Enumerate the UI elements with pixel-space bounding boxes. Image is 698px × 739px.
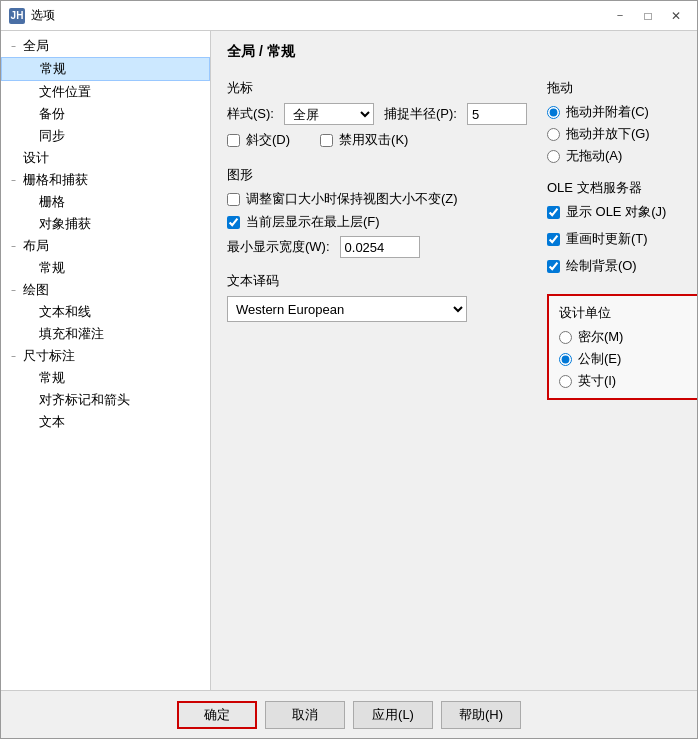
sidebar-item-huitu[interactable]: － 绘图 [1,279,210,301]
sidebar-item-label: 常规 [37,259,65,277]
ole-bg-row[interactable]: 绘制背景(O) [547,257,697,275]
sidebar-item-label: 填充和灌注 [37,325,104,343]
sidebar-item-label: 布局 [21,237,49,255]
no-drag-row[interactable]: 无拖动(A) [547,147,697,165]
ole-update-checkbox[interactable] [547,233,560,246]
min-width-label: 最小显示宽度(W): [227,238,330,256]
maximize-button[interactable]: □ [635,5,661,27]
sidebar-item-label: 常规 [38,60,66,78]
sidebar-item-label: 栅格和捕获 [21,171,88,189]
sidebar-item-wenbenxian[interactable]: 文本和线 [1,301,210,323]
sidebar-item-buju[interactable]: － 布局 [1,235,210,257]
minimize-button[interactable]: － [607,5,633,27]
toggle-spacer [21,326,37,342]
drag-attach-radio[interactable] [547,106,560,119]
close-button[interactable]: ✕ [663,5,689,27]
sidebar-item-label: 绘图 [21,281,49,299]
sidebar-item-quanju[interactable]: － 全局 [1,35,210,57]
ole-bg-checkbox[interactable] [547,260,560,273]
current-layer-checkbox[interactable] [227,216,240,229]
ole-section: OLE 文档服务器 显示 OLE 对象(J) 重画时更新(T) [547,179,697,280]
cursor-style-select[interactable]: 全屏 标准 小 [284,103,374,125]
inch-row[interactable]: 英寸(I) [559,372,697,390]
sidebar-item-label: 文本和线 [37,303,91,321]
current-layer-label: 当前层显示在最上层(F) [246,213,380,231]
drag-drop-radio[interactable] [547,128,560,141]
sidebar-item-label: 尺寸标注 [21,347,75,365]
cursor-section: 光标 样式(S): 全屏 标准 小 捕捉半径(P): [227,79,527,154]
sidebar-item-chicunbiaozhu[interactable]: － 尺寸标注 [1,345,210,367]
capture-radius-input[interactable] [467,103,527,125]
sidebar-item-label: 文件位置 [37,83,91,101]
capture-label: 捕捉半径(P): [384,105,457,123]
ole-show-checkbox[interactable] [547,206,560,219]
sidebar-item-sheji[interactable]: 设计 [1,147,210,169]
sidebar-item-label: 对象捕获 [37,215,91,233]
toggle-spacer [21,106,37,122]
sidebar-item-duixiangbuhuo[interactable]: 对象捕获 [1,213,210,235]
apply-button[interactable]: 应用(L) [353,701,433,729]
drag-drop-label: 拖动并放下(G) [566,125,650,143]
mil-radio[interactable] [559,331,572,344]
mil-row[interactable]: 密尔(M) [559,328,697,346]
sidebar-item-duiqi[interactable]: 对齐标记和箭头 [1,389,210,411]
sidebar-item-label: 备份 [37,105,65,123]
design-unit-label: 设计单位 [559,304,697,322]
xiejiao-checkbox-row[interactable]: 斜交(D) [227,131,290,149]
main-content: 光标 样式(S): 全屏 标准 小 捕捉半径(P): [227,79,681,414]
toggle-spacer [21,260,37,276]
panel-title: 全局 / 常规 [227,43,681,65]
drag-drop-row[interactable]: 拖动并放下(G) [547,125,697,143]
help-button[interactable]: 帮助(H) [441,701,521,729]
sidebar-item-wenben[interactable]: 文本 [1,411,210,433]
adjust-window-checkbox[interactable] [227,193,240,206]
content-area: － 全局 常规 文件位置 备份 同步 设计 [1,31,697,690]
no-drag-label: 无拖动(A) [566,147,622,165]
sidebar-item-shegejie[interactable]: － 栅格和捕获 [1,169,210,191]
adjust-window-row[interactable]: 调整窗口大小时保持视图大小不变(Z) [227,190,527,208]
metric-row[interactable]: 公制(E) [559,350,697,368]
jinyong-checkbox-row[interactable]: 禁用双击(K) [320,131,408,149]
ole-update-label: 重画时更新(T) [566,230,648,248]
drag-radio-group: 拖动并附着(C) 拖动并放下(G) 无拖动(A) [547,103,697,165]
toggle-spacer [22,61,38,77]
figure-section: 图形 调整窗口大小时保持视图大小不变(Z) 当前层显示在最上层(F) 最小显示宽… [227,166,527,258]
sidebar-item-shege[interactable]: 栅格 [1,191,210,213]
sidebar-item-changgui3[interactable]: 常规 [1,367,210,389]
window-title: 选项 [31,7,55,24]
cursor-checkboxes-row: 斜交(D) 禁用双击(K) [227,131,527,154]
sidebar-item-changgui2[interactable]: 常规 [1,257,210,279]
jinyong-checkbox[interactable] [320,134,333,147]
toggle-icon: － [5,238,21,254]
cursor-label: 光标 [227,79,527,97]
mil-label: 密尔(M) [578,328,624,346]
xiejiao-checkbox[interactable] [227,134,240,147]
ole-show-row[interactable]: 显示 OLE 对象(J) [547,203,697,221]
bottom-bar: 确定 取消 应用(L) 帮助(H) [1,690,697,738]
sidebar-item-tongbu[interactable]: 同步 [1,125,210,147]
current-layer-row[interactable]: 当前层显示在最上层(F) [227,213,527,231]
toggle-icon [5,150,21,166]
sidebar-item-label: 栅格 [37,193,65,211]
drag-section: 拖动 拖动并附着(C) 拖动并放下(G) [547,79,697,165]
drag-label: 拖动 [547,79,697,97]
ok-button[interactable]: 确定 [177,701,257,729]
cancel-button[interactable]: 取消 [265,701,345,729]
sidebar-item-changgui[interactable]: 常规 [1,57,210,81]
no-drag-radio[interactable] [547,150,560,163]
sidebar-item-tiancuguan[interactable]: 填充和灌注 [1,323,210,345]
text-encode-select[interactable]: Western European UTF-8 GB2312 [227,296,467,322]
toggle-spacer [21,370,37,386]
title-bar: JH 选项 － □ ✕ [1,1,697,31]
metric-radio[interactable] [559,353,572,366]
right-column: 拖动 拖动并附着(C) 拖动并放下(G) [547,79,697,414]
ole-update-row[interactable]: 重画时更新(T) [547,230,697,248]
toggle-spacer [21,414,37,430]
drag-attach-row[interactable]: 拖动并附着(C) [547,103,697,121]
sidebar-item-beifen[interactable]: 备份 [1,103,210,125]
inch-radio[interactable] [559,375,572,388]
sidebar-item-wenjianweizhi[interactable]: 文件位置 [1,81,210,103]
min-width-input[interactable] [340,236,420,258]
adjust-window-label: 调整窗口大小时保持视图大小不变(Z) [246,190,458,208]
sidebar: － 全局 常规 文件位置 备份 同步 设计 [1,31,211,690]
